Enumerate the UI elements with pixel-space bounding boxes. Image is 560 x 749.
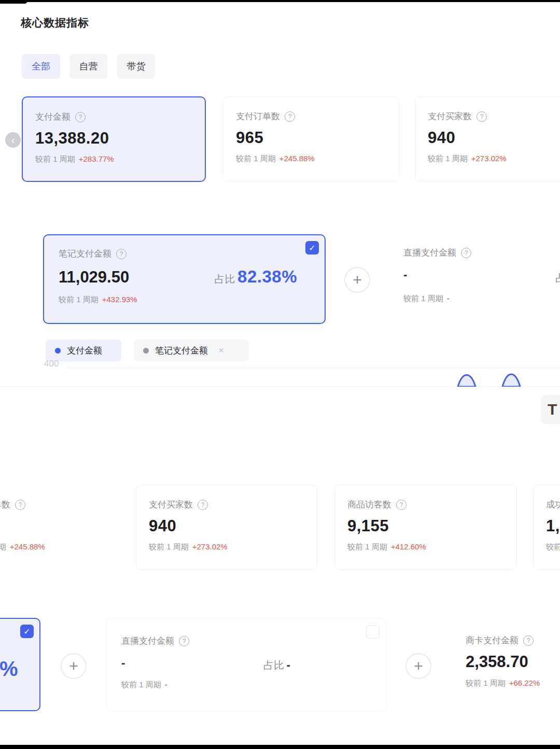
metric-title: 支付金额 [35, 111, 71, 123]
close-icon[interactable]: × [218, 345, 224, 356]
metric-card-payment-amount[interactable]: 支付金额? 13,388.20 较前 1 周期+283.77% [22, 96, 206, 182]
check-icon: ✓ [309, 243, 315, 253]
metric-title: 支付买家数 [149, 499, 193, 511]
tab-self[interactable]: 自营 [69, 54, 107, 79]
legend-pill-payment[interactable]: 支付金额 [46, 340, 121, 361]
help-icon[interactable]: ? [285, 111, 295, 122]
subcard-value: - [403, 268, 407, 281]
compare-label: 较前 1 周期 [149, 542, 189, 551]
plus-icon: + [414, 658, 423, 674]
delta-value: +245.88% [10, 542, 45, 551]
compare-label: 较前 1 周期 [546, 542, 560, 551]
compare-label: 较前 1 周期 [236, 154, 276, 163]
tab-all-label: 全部 [32, 60, 50, 73]
tab-self-label: 自营 [79, 60, 98, 73]
top-black-bar-corner [0, 0, 27, 4]
share-label: 占比 [263, 659, 284, 671]
tab-all[interactable]: 全部 [22, 54, 60, 79]
metric-card-paid-orders[interactable]: 支付订单数? 965 较前 1 周期+245.88% [223, 96, 399, 182]
metric-title: 支付买家数 [428, 110, 472, 122]
help-icon[interactable]: ? [198, 500, 208, 510]
top-float-button[interactable]: T [541, 395, 560, 424]
metric-card-paid-buyers[interactable]: 支付买家数? 940 较前 1 周期+273.02% [415, 96, 560, 182]
metric-card-success-clipped[interactable]: 成功? 1, 较前 1 周期 [533, 485, 560, 570]
metric-value: 9,155 [347, 517, 504, 535]
metric-value: 13,388.20 [35, 129, 192, 148]
metric-card-paid-buyers-2[interactable]: 支付买家数? 940 较前 1 周期+273.02% [136, 485, 317, 570]
metric-value: 965 [236, 129, 386, 147]
legend-label: 支付金额 [67, 345, 102, 357]
subcard-note-payment[interactable]: ✓ 笔记支付金额? 11,029.50 占比 82.38% 较前 1 周期+43… [43, 234, 326, 324]
metric-card-paid-orders-clipped[interactable]: 支付订单数? 965 较前 1 周期+245.88% [0, 485, 122, 570]
subcard-title: 笔记支付金额 [59, 248, 111, 260]
share-value: - [286, 658, 290, 671]
area-chart-peaks [443, 368, 531, 387]
check-icon: ✓ [23, 627, 30, 637]
metric-value: 1, [546, 517, 560, 535]
subcard-title: 直播支付金额 [121, 635, 174, 647]
add-metric-button[interactable]: + [344, 267, 370, 293]
help-icon[interactable]: ? [477, 111, 487, 122]
dashboard-screen: 核心数据指标 全部 自营 带货 ‹ 支付金额? 13,388.20 较前 1 周… [0, 0, 560, 749]
compare-label: 较前 1 周期 [428, 154, 468, 163]
legend-pill-note-payment[interactable]: 笔记支付金额 × [134, 340, 249, 361]
metric-title: 成功 [546, 499, 560, 511]
subcard-live-payment-2[interactable]: 直播支付金额? - 占比 - 较前 1 周期- [106, 618, 386, 711]
delta-value: +273.02% [471, 154, 507, 163]
delta-value: - [165, 680, 167, 689]
help-icon[interactable]: ? [179, 636, 189, 646]
bottom-black-bar [0, 745, 560, 749]
subcard-value: - [121, 656, 125, 669]
page-title: 核心数据指标 [21, 16, 89, 30]
delta-value: +245.88% [279, 154, 315, 163]
subcard-live-payment[interactable]: 直播支付金额? - 占比 较前 1 周期- [389, 234, 560, 324]
compare-label: 较前 1 周期 [0, 542, 6, 551]
compare-label: 较前 1 周期 [59, 295, 99, 304]
help-icon[interactable]: ? [523, 635, 534, 646]
checkbox-checked[interactable]: ✓ [20, 625, 34, 638]
checkbox-checked[interactable]: ✓ [305, 241, 319, 255]
help-icon[interactable]: ? [15, 500, 25, 510]
compare-label: 较前 1 周期 [403, 294, 443, 303]
compare-label: 较前 1 周期 [347, 542, 387, 551]
metric-value: 940 [149, 517, 304, 535]
share-label: 占比 [215, 273, 235, 285]
legend-dot-gray [143, 348, 149, 354]
plus-icon: + [69, 658, 78, 674]
compare-label: 较前 1 周期 [121, 680, 161, 689]
plus-icon: + [353, 272, 362, 288]
subcard-note-payment-clipped[interactable]: ✓ 82.38% [0, 618, 40, 711]
delta-value: +273.02% [192, 542, 228, 551]
help-icon[interactable]: ? [396, 500, 407, 510]
tab-affiliate[interactable]: 带货 [117, 54, 155, 79]
add-metric-button[interactable]: + [61, 653, 87, 679]
add-metric-button[interactable]: + [405, 653, 431, 679]
delta-value: +66.22% [509, 679, 540, 687]
chevron-left-icon: ‹ [11, 134, 15, 146]
section-divider [0, 387, 560, 387]
y-axis-tick: 400 [44, 359, 59, 369]
subcard-goods-card-payment[interactable]: 商卡支付金额? 2,358.70 较前 1 周期+66.22% [451, 618, 560, 711]
share-label: 占比 [555, 271, 560, 285]
carousel-left-button[interactable]: ‹ [5, 132, 21, 148]
metric-card-product-visitors[interactable]: 商品访客数? 9,155 较前 1 周期+412.60% [334, 485, 517, 570]
help-icon[interactable]: ? [75, 112, 86, 122]
delta-value: - [447, 294, 450, 303]
delta-value: +283.77% [79, 154, 114, 163]
share-value: 82.38% [0, 657, 18, 681]
help-icon[interactable]: ? [116, 249, 127, 259]
metric-value: 965 [0, 517, 109, 535]
metric-title: 支付订单数 [236, 110, 280, 122]
top-black-bar [0, 0, 560, 2]
legend-label: 笔记支付金额 [155, 345, 208, 357]
delta-value: +432.93% [102, 295, 137, 304]
delta-value: +412.60% [391, 542, 426, 551]
subcard-value: 11,029.50 [59, 268, 129, 287]
subcard-title: 直播支付金额 [403, 247, 456, 259]
metric-title: 支付订单数 [0, 499, 10, 511]
checkbox-unchecked[interactable] [366, 625, 380, 639]
compare-label: 较前 1 周期 [466, 679, 506, 687]
help-icon[interactable]: ? [461, 248, 471, 258]
tab-affiliate-label: 带货 [127, 60, 146, 73]
metric-value: 940 [428, 129, 560, 147]
